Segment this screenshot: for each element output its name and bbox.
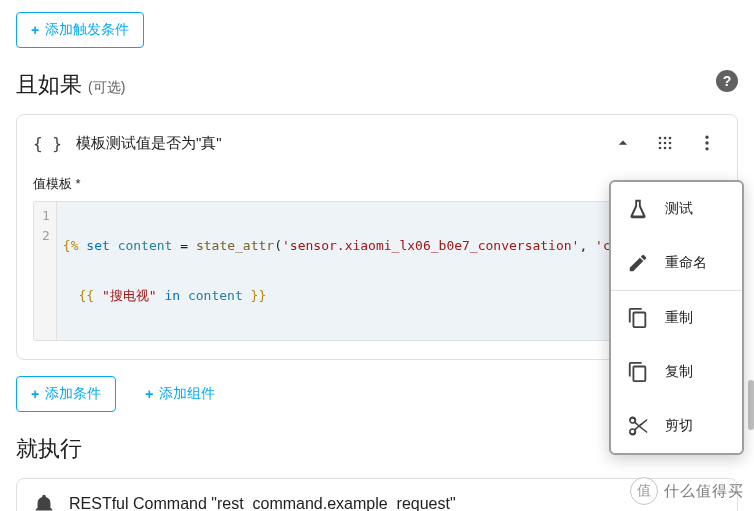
condition-title: 模板测试值是否为"真" bbox=[76, 134, 222, 153]
section-heading: 就执行 bbox=[16, 434, 82, 464]
help-icon[interactable]: ? bbox=[716, 70, 738, 92]
overflow-menu: 测试 重命名 重制 复制 剪切 bbox=[609, 180, 744, 455]
button-label: 添加触发条件 bbox=[45, 21, 129, 39]
dots-vertical-icon bbox=[697, 133, 717, 153]
svg-point-6 bbox=[659, 147, 662, 150]
section-heading: 且如果 bbox=[16, 70, 82, 100]
svg-point-10 bbox=[705, 141, 708, 144]
flask-icon bbox=[627, 198, 649, 220]
grid-icon bbox=[655, 133, 675, 153]
svg-point-11 bbox=[705, 147, 708, 150]
bell-icon bbox=[33, 493, 55, 511]
menu-label: 重命名 bbox=[665, 254, 707, 272]
menu-item-cut[interactable]: 剪切 bbox=[611, 399, 742, 453]
watermark: 值 什么值得买 bbox=[630, 477, 744, 505]
menu-label: 重制 bbox=[665, 309, 693, 327]
line-gutter: 1 2 bbox=[34, 202, 57, 340]
button-label: 添加组件 bbox=[159, 385, 215, 403]
button-label: 添加条件 bbox=[45, 385, 101, 403]
menu-label: 测试 bbox=[665, 200, 693, 218]
watermark-badge: 值 bbox=[630, 477, 658, 505]
scrollbar[interactable] bbox=[748, 0, 754, 511]
svg-point-1 bbox=[664, 137, 667, 140]
svg-point-4 bbox=[664, 142, 667, 145]
scissors-icon bbox=[627, 415, 649, 437]
svg-point-9 bbox=[705, 136, 708, 139]
menu-item-test[interactable]: 测试 bbox=[611, 182, 742, 236]
overflow-menu-button[interactable] bbox=[693, 129, 721, 157]
add-trigger-condition-button[interactable]: + 添加触发条件 bbox=[16, 12, 144, 48]
menu-label: 复制 bbox=[665, 363, 693, 381]
menu-label: 剪切 bbox=[665, 417, 693, 435]
svg-point-8 bbox=[669, 147, 672, 150]
add-condition-button[interactable]: + 添加条件 bbox=[16, 376, 116, 412]
svg-point-2 bbox=[669, 137, 672, 140]
add-component-button[interactable]: + 添加组件 bbox=[130, 376, 230, 412]
svg-point-5 bbox=[669, 142, 672, 145]
plus-icon: + bbox=[31, 22, 39, 38]
section-and-if-title: 且如果 (可选) bbox=[16, 70, 125, 100]
svg-point-3 bbox=[659, 142, 662, 145]
menu-item-copy[interactable]: 复制 bbox=[611, 345, 742, 399]
collapse-toggle[interactable] bbox=[609, 129, 637, 157]
drag-handle[interactable] bbox=[651, 129, 679, 157]
menu-item-duplicate[interactable]: 重制 bbox=[611, 291, 742, 345]
svg-point-7 bbox=[664, 147, 667, 150]
svg-point-0 bbox=[659, 137, 662, 140]
watermark-text: 什么值得买 bbox=[664, 482, 744, 501]
duplicate-icon bbox=[627, 307, 649, 329]
copy-icon bbox=[627, 361, 649, 383]
template-icon: { } bbox=[33, 134, 62, 153]
chevron-up-icon bbox=[613, 133, 633, 153]
scrollbar-thumb[interactable] bbox=[748, 380, 754, 430]
menu-item-rename[interactable]: 重命名 bbox=[611, 236, 742, 290]
action-title: RESTful Command "rest_command.example_re… bbox=[69, 495, 456, 511]
optional-label: (可选) bbox=[88, 79, 125, 97]
plus-icon: + bbox=[145, 386, 153, 402]
pencil-icon bbox=[627, 252, 649, 274]
plus-icon: + bbox=[31, 386, 39, 402]
